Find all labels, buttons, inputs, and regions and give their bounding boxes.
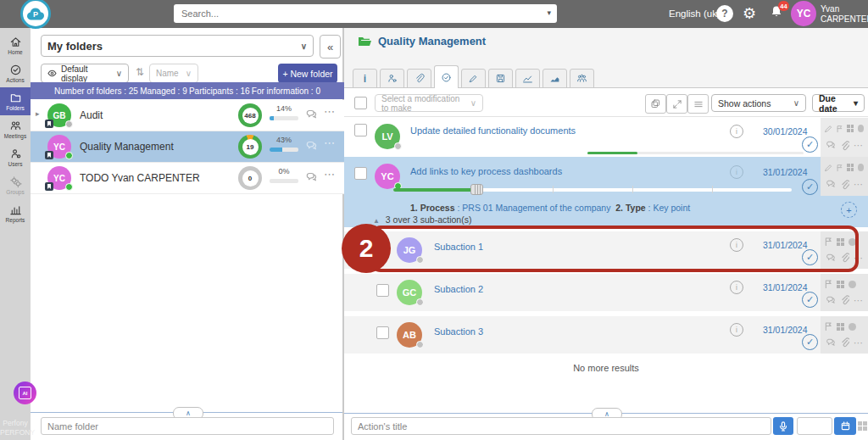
action-checkbox[interactable] (354, 167, 367, 180)
status-circle-icon[interactable] (858, 125, 864, 132)
ai-assistant-button[interactable]: AI (14, 382, 36, 404)
paperclip-icon[interactable] (841, 295, 849, 305)
complete-check-button[interactable]: ✓ (802, 179, 818, 195)
status-circle-icon[interactable] (849, 281, 856, 288)
subaction-row[interactable]: GC Subaction 2 i 31/01/2024 ✓ ⋯ (344, 274, 868, 311)
flag-icon[interactable] (837, 125, 843, 133)
complete-check-button[interactable]: ✓ (802, 136, 818, 153)
folder-row[interactable]: YC TODO Yvan CARPENTER 0 0% ⋯ (31, 163, 344, 194)
folder-scope-select[interactable]: My folders ∨ (41, 35, 314, 57)
tab-attachments[interactable] (407, 69, 431, 88)
status-circle-icon[interactable] (849, 238, 856, 246)
layout-grid-icon[interactable] (858, 421, 867, 431)
due-date-input[interactable] (797, 417, 832, 435)
edit-icon[interactable] (825, 125, 832, 133)
subaction-title[interactable]: Subaction 2 (434, 284, 483, 294)
action-row-expanded[interactable]: YC Add links to key process dashboards i… (344, 157, 868, 227)
subaction-title[interactable]: Subaction 1 (434, 242, 483, 252)
chat-icon[interactable] (825, 180, 837, 189)
add-subaction-button[interactable]: + (841, 202, 857, 218)
tab-trend[interactable] (515, 69, 540, 88)
action-title[interactable]: Add links to key process dashboards (410, 166, 562, 176)
due-date-select[interactable]: Due date ▾ (812, 94, 865, 112)
flag-icon[interactable] (825, 280, 832, 288)
chat-icon[interactable] (825, 296, 837, 305)
complete-check-button[interactable]: ✓ (802, 249, 818, 265)
tab-stats[interactable] (542, 69, 567, 88)
more-options-button[interactable]: ⋯ (854, 181, 863, 188)
nav-item-reports[interactable]: Reports (0, 199, 31, 227)
language-selector[interactable]: English (uk) (669, 8, 721, 19)
action-checkbox[interactable] (376, 242, 389, 254)
subaction-title[interactable]: Subaction 3 (434, 326, 483, 337)
grid-icon[interactable] (837, 323, 844, 331)
more-options-button[interactable]: ⋯ (854, 142, 863, 149)
paperclip-icon[interactable] (841, 141, 849, 151)
info-icon[interactable]: i (730, 281, 743, 294)
slider-handle[interactable] (470, 184, 483, 195)
action-checkbox[interactable] (354, 124, 367, 136)
action-title-input[interactable] (351, 417, 771, 435)
flag-icon[interactable] (825, 322, 832, 331)
tab-notes[interactable] (461, 69, 486, 88)
action-checkbox[interactable] (376, 284, 389, 297)
more-options-button[interactable]: ⋯ (324, 136, 335, 149)
more-options-button[interactable]: ⋯ (854, 339, 863, 347)
complete-check-button[interactable]: ✓ (802, 292, 818, 308)
tab-actions[interactable] (434, 65, 459, 88)
search-input[interactable] (174, 4, 557, 23)
settings-gear-icon[interactable]: ⚙ (743, 3, 756, 24)
chat-icon[interactable] (305, 140, 318, 155)
nav-item-meetings[interactable]: Meetings (0, 115, 31, 143)
tab-info[interactable]: i (353, 69, 377, 88)
nav-item-folders[interactable]: Folders (0, 87, 31, 115)
edit-icon[interactable] (825, 164, 832, 172)
complete-check-button[interactable]: ✓ (802, 334, 818, 350)
more-options-button[interactable]: ⋯ (854, 254, 863, 262)
flag-icon[interactable] (825, 237, 832, 246)
calendar-button[interactable] (834, 417, 856, 435)
expand-caret-icon[interactable]: ▸ (36, 109, 40, 118)
nav-item-home[interactable]: Home (0, 31, 31, 59)
grid-icon[interactable] (847, 125, 853, 132)
name-folder-input[interactable] (41, 417, 334, 435)
paperclip-icon[interactable] (841, 180, 849, 190)
info-icon[interactable]: i (730, 238, 743, 252)
subaction-row[interactable]: AB Subaction 3 i 31/01/2024 ✓ ⋯ (344, 316, 868, 354)
progress-slider[interactable] (393, 188, 792, 192)
action-row[interactable]: LV Update detailed functionality documen… (344, 118, 868, 158)
nav-item-actions[interactable]: Actions (0, 59, 31, 87)
search-dropdown-caret-icon[interactable]: ▾ (547, 8, 551, 17)
help-button[interactable]: ? (716, 5, 733, 22)
tab-team[interactable] (570, 69, 594, 88)
chat-icon[interactable] (305, 171, 318, 187)
show-actions-select[interactable]: Show actions ∨ (711, 94, 806, 112)
select-all-checkbox[interactable] (354, 97, 367, 109)
more-options-button[interactable]: ⋯ (324, 105, 335, 118)
tab-documents[interactable] (488, 69, 513, 88)
user-name[interactable]: Yvan CARPENTER (821, 4, 868, 24)
status-circle-icon[interactable] (858, 164, 864, 171)
collapse-panel-button[interactable]: « (320, 35, 341, 58)
sort-direction-icon[interactable]: ⇅ (136, 66, 144, 78)
folder-row[interactable]: ▸ GB Audit 468 14% ⋯ (31, 100, 344, 131)
nav-item-users[interactable]: Users (0, 143, 31, 171)
voice-input-button[interactable] (773, 417, 793, 435)
grid-icon[interactable] (847, 164, 853, 171)
flag-icon[interactable] (837, 164, 843, 172)
new-folder-button[interactable]: + New folder (278, 64, 337, 83)
chat-icon[interactable] (305, 109, 318, 124)
list-view-button[interactable] (687, 94, 709, 114)
info-icon[interactable]: i (730, 125, 743, 138)
sort-field-select[interactable]: Name ∨ (149, 64, 198, 83)
action-checkbox[interactable] (376, 326, 389, 339)
paperclip-icon[interactable] (841, 337, 849, 348)
app-logo-icon[interactable]: P (20, 0, 51, 29)
expand-view-button[interactable] (666, 94, 687, 114)
grid-icon[interactable] (837, 238, 844, 246)
folder-row[interactable]: YC Quality Management 19 43% ⋯ (31, 131, 344, 163)
info-icon[interactable]: i (730, 165, 743, 179)
more-options-button[interactable]: ⋯ (324, 168, 335, 181)
chat-icon[interactable] (825, 338, 837, 348)
duplicate-button[interactable] (645, 94, 666, 114)
